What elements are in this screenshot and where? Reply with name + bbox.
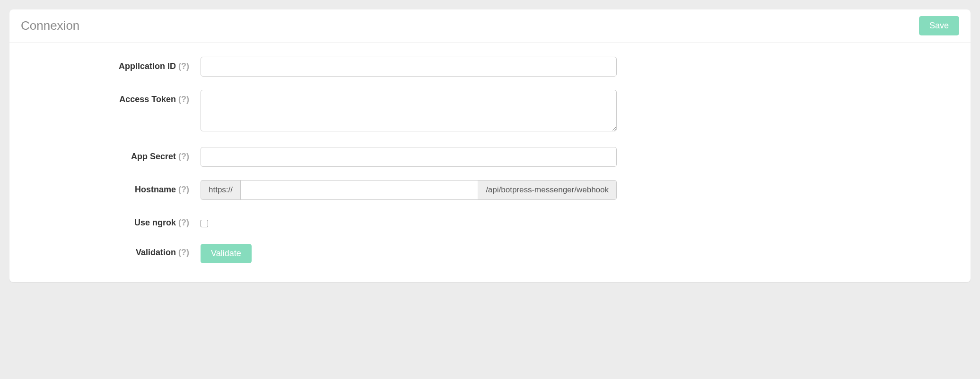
app-secret-input[interactable]	[201, 147, 617, 167]
use-ngrok-checkbox[interactable]	[201, 220, 208, 227]
validate-button[interactable]: Validate	[201, 244, 252, 263]
validation-row: Validation (?) Validate	[21, 243, 959, 263]
hostname-input-group: https:// /api/botpress-messenger/webhook	[201, 180, 617, 200]
access-token-input[interactable]	[201, 90, 617, 131]
application-id-input[interactable]	[201, 57, 617, 77]
use-ngrok-row: Use ngrok (?)	[21, 213, 959, 230]
help-icon[interactable]: (?)	[178, 218, 189, 227]
panel-title: Connexion	[21, 18, 79, 33]
connexion-panel: Connexion Save Application ID (?) Access…	[9, 9, 971, 282]
application-id-row: Application ID (?)	[21, 57, 959, 77]
hostname-prefix: https://	[201, 180, 240, 200]
validation-label: Validation (?)	[21, 243, 201, 258]
use-ngrok-label: Use ngrok (?)	[21, 213, 201, 228]
help-icon[interactable]: (?)	[178, 95, 189, 104]
app-secret-label: App Secret (?)	[21, 147, 201, 162]
panel-header: Connexion Save	[9, 9, 971, 43]
application-id-label: Application ID (?)	[21, 57, 201, 71]
save-button[interactable]: Save	[919, 16, 959, 35]
access-token-row: Access Token (?)	[21, 90, 959, 134]
hostname-label: Hostname (?)	[21, 180, 201, 195]
app-secret-row: App Secret (?)	[21, 147, 959, 167]
help-icon[interactable]: (?)	[178, 248, 189, 257]
access-token-label: Access Token (?)	[21, 90, 201, 104]
panel-body: Application ID (?) Access Token (?) App …	[9, 43, 971, 282]
help-icon[interactable]: (?)	[178, 61, 189, 71]
hostname-input[interactable]	[240, 180, 478, 200]
help-icon[interactable]: (?)	[178, 152, 189, 161]
help-icon[interactable]: (?)	[178, 185, 189, 194]
hostname-row: Hostname (?) https:// /api/botpress-mess…	[21, 180, 959, 200]
hostname-suffix: /api/botpress-messenger/webhook	[478, 180, 617, 200]
